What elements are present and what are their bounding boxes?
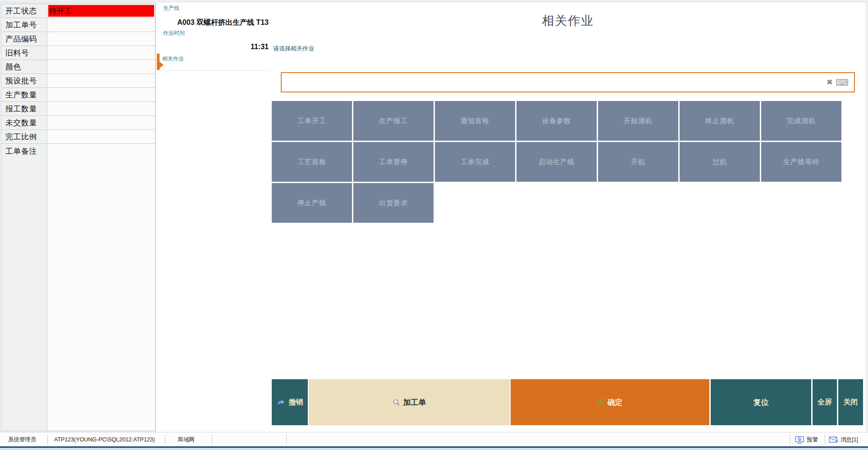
row-label: 开工状态	[1, 4, 47, 18]
check-icon: ✔	[597, 397, 604, 407]
reset-button[interactable]: 复位	[711, 379, 811, 425]
operation-search-box[interactable]: ✖ ⌨	[281, 72, 855, 92]
row-value	[47, 18, 155, 32]
row-label: 产品编码	[1, 32, 47, 46]
fullscreen-label: 全屏	[818, 398, 832, 407]
status-divider	[825, 435, 825, 445]
envelope-icon	[829, 436, 838, 443]
warning-button[interactable]: 预警	[795, 432, 818, 447]
status-divider	[47, 435, 48, 445]
row-value	[47, 116, 155, 129]
row-value	[47, 74, 155, 87]
row-label: 报工数量	[1, 102, 47, 115]
table-row: 预设批号	[1, 74, 155, 88]
messages-label: 消息[1]	[841, 436, 858, 444]
reset-label: 复位	[754, 397, 769, 408]
op-button-report-work[interactable]: 生产报工	[353, 101, 434, 141]
row-value	[47, 88, 155, 101]
op-button-start-cleaning[interactable]: 开始清机	[598, 101, 678, 141]
op-button-complete-order[interactable]: 工单完成	[435, 142, 515, 182]
op-button-pause-order[interactable]: 工单暂停	[353, 142, 434, 182]
op-button-stop-cleaning[interactable]: 终止清机	[680, 101, 760, 141]
select-operation-hint: 请选择相关作业	[273, 45, 314, 53]
row-label: 完工比例	[1, 130, 47, 143]
close-label: 关闭	[844, 398, 858, 407]
table-row: 报工数量	[1, 102, 155, 116]
status-connection: ATP123(YOUNG-PC\SQL2012:ATP123)	[54, 432, 155, 447]
work-order-label: 加工单	[403, 397, 426, 408]
row-label: 预设批号	[1, 74, 47, 87]
magnifier-icon	[393, 399, 400, 406]
row-label: 旧料号	[1, 46, 47, 60]
row-value	[47, 130, 155, 143]
status-divider	[212, 435, 212, 445]
work-order-button[interactable]: 加工单	[309, 379, 510, 425]
row-label: 未交数量	[1, 116, 47, 129]
undo-label: 撤销	[289, 398, 303, 407]
row-label: 工单备注	[1, 144, 47, 431]
row-value	[47, 144, 155, 431]
op-button-pass-machine[interactable]: 过机	[680, 142, 760, 182]
op-button-finish-cleaning[interactable]: 完成清机	[761, 101, 841, 141]
op-button-process-patrol[interactable]: 工艺巡检	[272, 142, 352, 182]
row-value	[47, 102, 155, 115]
production-line-label: 生产线	[163, 5, 179, 12]
status-divider	[286, 435, 287, 445]
confirm-label: 确定	[608, 397, 623, 408]
table-row: 旧料号	[1, 46, 155, 60]
row-label: 生产数量	[1, 88, 47, 101]
status-network: 局域网	[178, 432, 195, 447]
close-button[interactable]: 关闭	[838, 379, 863, 425]
op-button-start-line[interactable]: 启动生产线	[516, 142, 597, 182]
fullscreen-button[interactable]: 全屏	[813, 379, 837, 425]
row-value	[47, 60, 155, 73]
window-bottom-strip	[0, 448, 868, 450]
status-divider	[790, 435, 790, 445]
table-row: 生产数量	[1, 88, 155, 102]
warning-label: 预警	[807, 436, 818, 444]
work-time-label: 作业时间	[163, 29, 185, 37]
table-row: 颜色	[1, 60, 155, 74]
status-user: 系统管理员	[8, 432, 37, 447]
confirm-button[interactable]: ✔ 确定	[511, 379, 709, 425]
table-row: 加工单号	[1, 18, 155, 32]
row-value	[47, 46, 155, 60]
op-button-power-on[interactable]: 开机	[598, 142, 678, 182]
status-divider	[165, 435, 165, 445]
work-order-info-table: 开工状态 待开工 加工单号 产品编码 旧料号 颜色 预设批号 生产数量	[1, 4, 155, 431]
selected-item-marker-tip	[160, 62, 164, 68]
panel-divider	[157, 70, 270, 71]
operation-button-grid: 工单开工 生产报工 通知首检 设备参数 开始清机 终止清机 完成清机 工艺巡检 …	[272, 101, 841, 223]
operation-search-input[interactable]	[282, 73, 854, 92]
op-button-line-waiting[interactable]: 生产线等待	[761, 142, 841, 182]
production-line-value: A003 双螺杆挤出生产线 T13	[156, 18, 269, 28]
row-value: 待开工	[47, 4, 155, 18]
work-time-value: 11:31	[156, 43, 269, 51]
table-row: 开工状态 待开工	[1, 4, 155, 18]
undo-button[interactable]: 撤销	[272, 379, 308, 425]
op-button-first-inspection[interactable]: 通知首检	[435, 101, 515, 141]
op-button-start-work[interactable]: 工单开工	[272, 101, 352, 141]
row-value	[47, 32, 155, 46]
table-row: 未交数量	[1, 116, 155, 130]
messages-button[interactable]: 消息[1]	[829, 432, 858, 447]
clear-icon[interactable]: ✖	[827, 73, 833, 92]
monitor-gear-icon	[795, 436, 804, 444]
undo-icon	[277, 399, 286, 406]
status-bar: 系统管理员 ATP123(YOUNG-PC\SQL2012:ATP123) 局域…	[0, 432, 868, 446]
app-window: 开工状态 待开工 加工单号 产品编码 旧料号 颜色 预设批号 生产数量	[0, 0, 868, 450]
status-badge: 待开工	[48, 5, 154, 17]
op-button-shipment-request[interactable]: 出货要求	[353, 183, 434, 223]
op-button-device-params[interactable]: 设备参数	[516, 101, 597, 141]
row-label: 颜色	[1, 60, 47, 73]
nav-item-related-operations[interactable]: 相关作业	[162, 55, 184, 63]
keyboard-icon[interactable]: ⌨	[836, 73, 849, 92]
table-row: 产品编码	[1, 32, 155, 46]
table-row: 完工比例	[1, 130, 155, 144]
op-button-stop-line[interactable]: 停止产线	[272, 183, 352, 223]
table-row: 工单备注	[1, 144, 155, 431]
content-area: 生产线 A003 双螺杆挤出生产线 T13 作业时间 11:31 相关作业 相关…	[155, 2, 865, 432]
page-title: 相关作业	[270, 13, 866, 29]
row-label: 加工单号	[1, 18, 47, 32]
